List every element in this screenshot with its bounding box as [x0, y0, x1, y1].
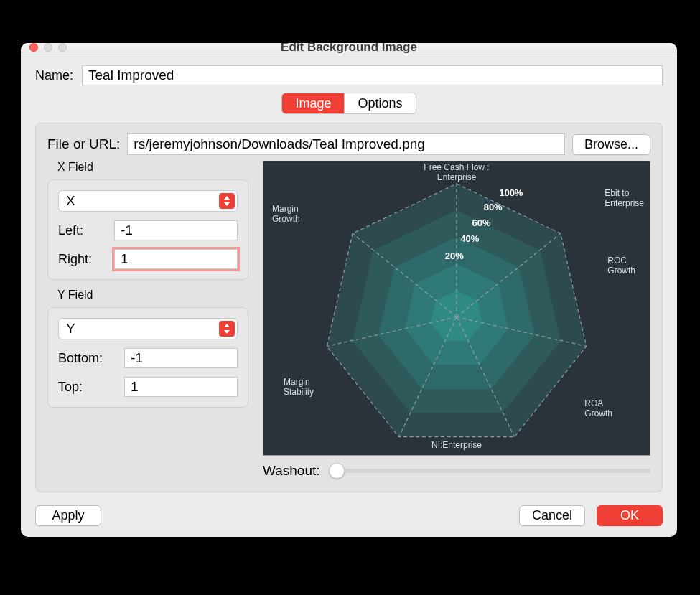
washout-row: Washout:: [263, 463, 650, 479]
y-field-group: Y Bottom: Top:: [47, 307, 248, 408]
preview-column: Free Cash Flow :Enterprise Ebit toEnterp…: [263, 161, 650, 479]
x-field-select[interactable]: X: [58, 190, 238, 212]
x-field-select-value: X: [66, 193, 75, 209]
radar-axis-label: MarginStability: [284, 378, 314, 398]
radar-axis-label: Ebit toEnterprise: [605, 189, 644, 209]
y-bottom-label: Bottom:: [58, 351, 118, 366]
y-field-header: Y Field: [57, 289, 248, 301]
window-titlebar: Edit Background Image: [21, 43, 677, 52]
y-bottom-input[interactable]: [124, 348, 238, 368]
y-top-label: Top:: [58, 380, 118, 395]
washout-slider[interactable]: [329, 469, 650, 473]
radar-axis-label: ROAGrowth: [584, 399, 612, 419]
x-left-input[interactable]: [114, 220, 238, 240]
chevron-up-down-icon: [219, 321, 235, 337]
x-right-input[interactable]: [114, 249, 238, 269]
file-path-input[interactable]: rs/jeremyjohnson/Downloads/Teal Improved…: [127, 133, 565, 155]
radar-tick-label: 100%: [499, 187, 523, 198]
chevron-up-down-icon: [219, 193, 235, 209]
radar-axis-label: ROCGrowth: [607, 256, 635, 276]
file-or-url-label: File or URL:: [47, 136, 120, 152]
image-preview: Free Cash Flow :Enterprise Ebit toEnterp…: [263, 161, 650, 456]
radar-axis-label: Free Cash Flow :Enterprise: [424, 163, 489, 183]
washout-label: Washout:: [263, 463, 320, 479]
radar-tick-label: 20%: [445, 250, 464, 261]
x-left-label: Left:: [58, 223, 108, 238]
radar-axis-label: MarginGrowth: [272, 205, 300, 225]
name-label: Name:: [35, 68, 73, 83]
x-field-group: X Left: Right:: [47, 179, 248, 280]
field-controls-column: X Field X Left:: [47, 161, 248, 479]
tab-segmented-control: Image Options: [281, 93, 416, 114]
browse-button[interactable]: Browse...: [572, 134, 650, 155]
apply-button[interactable]: Apply: [35, 505, 101, 526]
window-title: Edit Background Image: [21, 43, 677, 55]
edit-background-image-dialog: Edit Background Image Name: Image Option…: [21, 43, 677, 537]
y-top-input[interactable]: [124, 377, 238, 397]
tab-strip: Image Options: [35, 93, 663, 114]
radar-tick-label: 40%: [460, 233, 479, 244]
radar-tick-label: 80%: [484, 202, 503, 212]
ok-button[interactable]: OK: [597, 505, 663, 526]
file-row: File or URL: rs/jeremyjohnson/Downloads/…: [47, 133, 650, 155]
tab-image[interactable]: Image: [282, 93, 344, 113]
x-right-label: Right:: [58, 252, 108, 267]
tab-options[interactable]: Options: [344, 93, 415, 113]
y-field-select[interactable]: Y: [58, 318, 238, 339]
name-input[interactable]: [82, 65, 663, 85]
cancel-button[interactable]: Cancel: [519, 505, 585, 526]
radar-axis-label: NI:Enterprise: [431, 441, 482, 451]
y-field-select-value: Y: [66, 321, 75, 337]
name-row: Name:: [35, 65, 663, 85]
x-field-header: X Field: [57, 161, 248, 174]
dialog-footer: Apply Cancel OK: [35, 505, 663, 526]
content-row: X Field X Left:: [47, 161, 650, 479]
radar-tick-label: 60%: [472, 217, 491, 228]
image-tab-panel: File or URL: rs/jeremyjohnson/Downloads/…: [35, 123, 663, 492]
dialog-body: Name: Image Options File or URL: rs/jere…: [21, 52, 677, 537]
